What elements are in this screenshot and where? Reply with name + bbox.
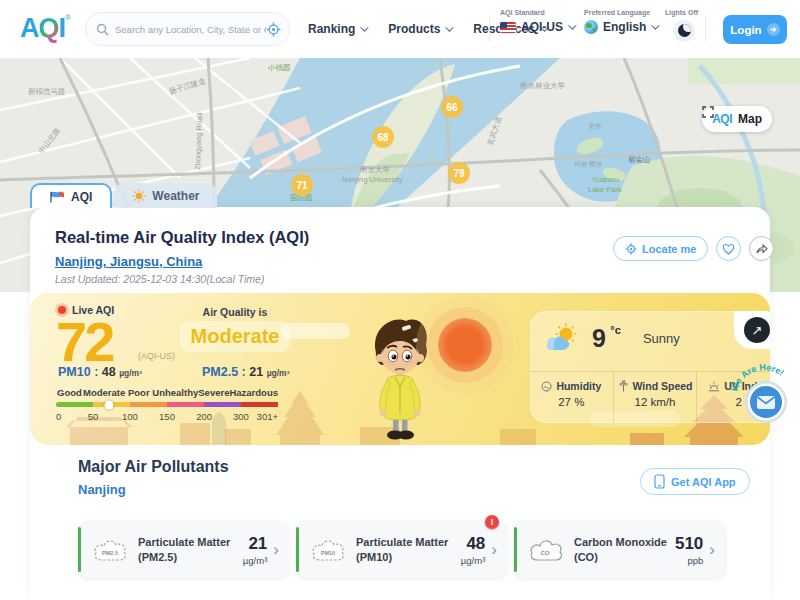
nav-item-ranking[interactable]: Ranking xyxy=(308,22,366,36)
pollutant-name: Particulate Matter (PM2.5) xyxy=(138,535,243,565)
pollutant-name: Carbon Monoxide (CO) xyxy=(574,535,675,565)
map-label: 南京林业大学 xyxy=(519,81,566,90)
sun-decoration xyxy=(438,318,492,372)
aqi-standard-label: AQI Standard xyxy=(500,9,574,16)
chevron-down-icon xyxy=(361,23,369,31)
live-aqi-card: Live AQI 72 (AQI-US) Air Quality is Mode… xyxy=(30,293,770,445)
pollutants-city-link[interactable]: Nanjing xyxy=(78,482,229,497)
aqi-scale-bar xyxy=(56,402,278,407)
heart-icon xyxy=(722,243,735,255)
theme-toggle[interactable]: Lights Off xyxy=(665,9,698,42)
chevron-right-icon[interactable]: › xyxy=(273,540,279,560)
aqi-marker-79[interactable]: 79 xyxy=(448,162,470,184)
map-control-label: Map xyxy=(738,112,762,126)
alert-icon: ! xyxy=(485,515,499,529)
sun-icon xyxy=(132,189,146,203)
aqi-scale-categories: GoodModerate PoorUnhealthy SevereHazardo… xyxy=(56,387,278,398)
locate-target-icon[interactable] xyxy=(266,22,281,37)
language-selector[interactable]: Preferred Language English xyxy=(584,9,657,34)
map-layer-control[interactable]: AQI Map xyxy=(702,106,772,132)
aqi-marker-71[interactable]: 71 xyxy=(291,174,313,196)
aqi-logo[interactable]: AQI® xyxy=(20,13,70,44)
pollutant-value: 48 µg/m³ xyxy=(461,534,485,566)
svg-text:66: 66 xyxy=(446,102,458,113)
mascot-character xyxy=(360,313,440,443)
aqi-logo-small: AQI xyxy=(712,112,732,126)
tab-weather[interactable]: Weather xyxy=(114,183,217,208)
aqi-scale-marker xyxy=(105,400,114,409)
login-button[interactable]: Login ➜ xyxy=(723,15,787,44)
top-navbar: AQI® Ranking Products Resources AQI Sta xyxy=(0,0,800,58)
get-aqi-app-button[interactable]: Get AQI App xyxy=(640,468,750,495)
search-bar[interactable] xyxy=(85,12,290,46)
search-icon xyxy=(96,23,109,36)
wind-icon xyxy=(618,380,629,392)
overview-actions: Locate me xyxy=(613,236,774,261)
temperature-unit: °c xyxy=(610,324,621,336)
chevron-down-icon xyxy=(568,21,576,29)
weather-summary: 9 °c Sunny xyxy=(544,323,680,353)
air-quality-is-label: Air Quality is xyxy=(180,306,290,318)
view-tabs: AQI Weather xyxy=(30,183,217,208)
svg-text:PM10: PM10 xyxy=(321,550,335,556)
aqi-marker-66[interactable]: 66 xyxy=(441,96,463,118)
divider xyxy=(705,16,706,42)
chevron-right-icon[interactable]: › xyxy=(709,540,715,560)
pollutant-card-pm10[interactable]: ! PM10 Particulate Matter (PM10) 48 µg/m… xyxy=(296,521,507,578)
fullscreen-icon[interactable] xyxy=(702,106,714,118)
favorite-button[interactable] xyxy=(716,236,741,261)
svg-text:71: 71 xyxy=(296,180,308,191)
tab-aqi-label: AQI xyxy=(71,190,92,204)
tab-aqi[interactable]: AQI xyxy=(30,183,112,208)
map-label: 紫金山 xyxy=(628,155,651,164)
crosshair-icon xyxy=(625,243,637,255)
map-label: Nanjing University xyxy=(342,175,403,184)
aqi-standard-selector[interactable]: AQI Standard AQI-US xyxy=(500,9,574,34)
location-link[interactable]: Nanjing, Jiangsu, China xyxy=(55,254,202,269)
language-label: Preferred Language xyxy=(584,9,657,16)
chevron-right-icon[interactable]: › xyxy=(491,540,497,560)
pollutant-card-pm25[interactable]: PM2.5 Particulate Matter (PM2.5) 21 µg/m… xyxy=(78,521,289,578)
aqi-status-chip: Moderate xyxy=(180,321,290,352)
svg-text:CO: CO xyxy=(541,550,550,556)
map-label: 小桃园 xyxy=(267,63,291,72)
chevron-down-icon xyxy=(652,21,660,29)
tab-weather-label: Weather xyxy=(152,189,199,203)
uv-icon xyxy=(708,381,720,392)
humidity-stat: Humidity 27 % xyxy=(530,372,613,423)
contact-floating-button[interactable]: We Are Here! xyxy=(728,352,798,432)
sun-cloud-icon xyxy=(544,323,582,353)
pollutant-value: 21 µg/m³ xyxy=(243,534,267,566)
nav-item-products[interactable]: Products xyxy=(388,22,451,36)
co-cloud-icon: CO xyxy=(528,536,564,564)
chevron-down-icon xyxy=(446,23,454,31)
divider xyxy=(489,16,490,42)
svg-text:68: 68 xyxy=(377,132,389,143)
map-label: 环洲 樱洲 xyxy=(574,160,602,168)
arrow-up-right-icon: ↗ xyxy=(752,323,763,338)
pollutant-value: 510 ppb xyxy=(675,534,703,566)
share-button[interactable] xyxy=(749,236,774,261)
locate-me-button[interactable]: Locate me xyxy=(613,236,708,261)
share-icon xyxy=(755,243,768,255)
last-updated-text: Last Updated: 2025-12-03 14:30(Local Tim… xyxy=(55,273,309,285)
weather-detail-button[interactable]: ↗ xyxy=(744,317,770,343)
map-label: Xuanwu xyxy=(592,175,619,184)
moon-icon xyxy=(678,24,691,37)
globe-icon xyxy=(584,20,598,34)
aqi-homepage: 新模范马路 小桃园 扬子江隧道 中山北路 Zhongyang Road 梁洲 环… xyxy=(0,0,800,600)
aqi-marker-68[interactable]: 68 xyxy=(372,126,394,148)
aqi-scale: GoodModerate PoorUnhealthy SevereHazardo… xyxy=(56,387,278,423)
overview-header: Real-time Air Quality Index (AQI) Nanjin… xyxy=(55,228,309,285)
search-input[interactable] xyxy=(115,24,266,35)
lights-off-label: Lights Off xyxy=(665,9,698,16)
pollutant-card-co[interactable]: CO Carbon Monoxide (CO) 510 ppb › xyxy=(514,521,725,578)
aqi-status-text: Moderate xyxy=(191,325,280,348)
aqi-scale-ticks: 0 50 100 150 200 300 301+ xyxy=(56,411,278,423)
pm10-reading: PM10 : 48 µg/m³ xyxy=(58,365,142,379)
map-label: Lake Park xyxy=(588,185,622,194)
page-title: Real-time Air Quality Index (AQI) xyxy=(55,228,309,247)
map-label: 新模范马路 xyxy=(28,87,66,96)
aqi-standard-caption: (AQI-US) xyxy=(138,351,175,361)
phone-icon xyxy=(654,474,665,489)
